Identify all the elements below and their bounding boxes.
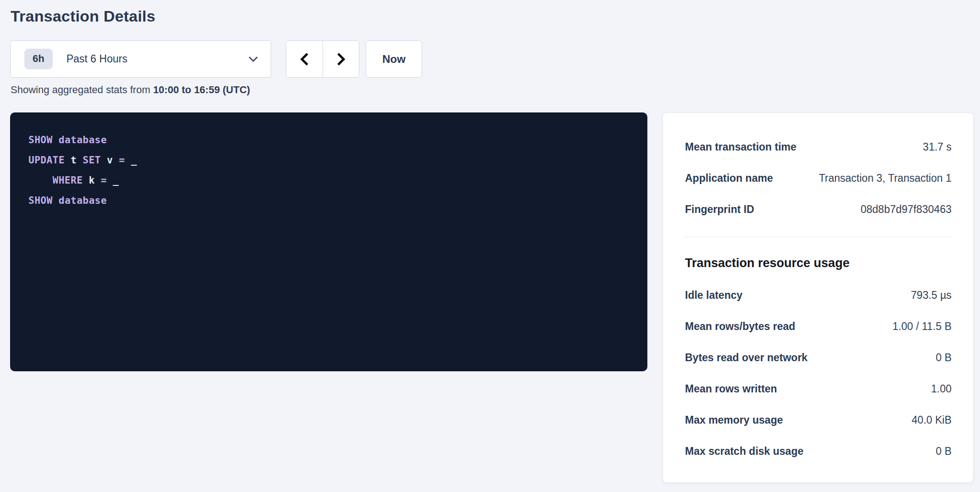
stat-value: 793.5 µs <box>911 289 952 302</box>
stat-label: Fingerprint ID <box>685 203 754 216</box>
stat-row: Mean rows written1.00 <box>685 373 952 404</box>
sql-line: WHERE k = _ <box>28 170 629 190</box>
sql-token <box>83 175 89 186</box>
sql-line: UPDATE t SET v = _ <box>28 150 629 170</box>
sql-token: k <box>89 175 95 186</box>
sql-token: _ <box>113 175 119 186</box>
sql-keyword: SHOW <box>28 134 53 145</box>
stat-label: Mean rows written <box>685 383 777 395</box>
sql-token <box>65 155 71 166</box>
stat-row: Mean rows/bytes read1.00 / 11.5 B <box>685 311 952 342</box>
stat-value: Transaction 3, Transaction 1 <box>819 172 952 184</box>
time-controls: 6h Past 6 Hours Now <box>10 40 422 78</box>
resource-usage-heading: Transaction resource usage <box>685 255 952 271</box>
stat-row: Max memory usage40.0 KiB <box>685 404 952 436</box>
sql-keyword: database <box>59 195 107 206</box>
sql-token <box>28 175 53 186</box>
sql-token <box>101 155 107 166</box>
stat-row: Application nameTransaction 3, Transacti… <box>685 162 952 194</box>
sql-statement-panel: SHOW databaseUPDATE t SET v = _ WHERE k … <box>10 112 647 371</box>
sql-token: v <box>107 155 113 166</box>
stat-value: 1.00 / 11.5 B <box>892 320 952 333</box>
card-divider <box>685 237 952 237</box>
stat-row: Fingerprint ID08d8b7d97f830463 <box>685 194 952 225</box>
stat-label: Max memory usage <box>685 414 783 426</box>
sql-keyword: WHERE <box>53 175 83 186</box>
sql-token <box>53 134 59 145</box>
stat-value: 40.0 KiB <box>912 414 952 426</box>
stat-label: Max scratch disk usage <box>685 445 803 458</box>
aggregation-summary: Showing aggregated stats from 10:00 to 1… <box>11 84 250 96</box>
stat-value: 0 B <box>935 352 952 364</box>
time-range-dropdown[interactable]: 6h Past 6 Hours <box>10 40 271 78</box>
chevron-right-icon <box>335 52 347 67</box>
sql-keyword: SHOW <box>28 195 53 206</box>
overview-stats: Mean transaction time31.7 sApplication n… <box>685 131 952 225</box>
time-nav-group <box>286 40 359 78</box>
sql-token <box>107 175 113 186</box>
stat-value: 0 B <box>935 445 952 458</box>
time-range-label: Past 6 Hours <box>67 53 128 65</box>
time-range-badge: 6h <box>24 49 53 69</box>
stat-row: Idle latency793.5 µs <box>685 280 952 311</box>
sql-keyword: database <box>59 134 107 145</box>
sql-token <box>113 155 119 166</box>
sql-token: _ <box>131 155 137 166</box>
next-interval-button[interactable] <box>323 41 359 77</box>
resource-stats: Idle latency793.5 µsMean rows/bytes read… <box>685 280 952 467</box>
stat-row: Bytes read over network0 B <box>685 342 952 373</box>
sql-token <box>77 155 83 166</box>
sql-token <box>125 155 131 166</box>
stat-value: 1.00 <box>931 383 952 395</box>
stat-label: Application name <box>685 172 773 184</box>
transaction-stats-card: Mean transaction time31.7 sApplication n… <box>663 112 974 483</box>
sql-keyword: = <box>119 155 125 166</box>
sql-token <box>53 195 59 206</box>
stat-label: Idle latency <box>685 289 742 302</box>
sql-keyword: SET <box>83 155 100 166</box>
sql-keyword: UPDATE <box>28 155 65 166</box>
stat-row: Max scratch disk usage0 B <box>685 436 952 467</box>
prev-interval-button[interactable] <box>286 41 323 77</box>
stat-value: 08d8b7d97f830463 <box>861 203 952 216</box>
stat-value: 31.7 s <box>923 141 952 153</box>
page-title: Transaction Details <box>11 7 156 25</box>
aggregation-summary-prefix: Showing aggregated stats from <box>11 84 153 95</box>
stat-label: Mean transaction time <box>685 141 796 153</box>
chevron-down-icon <box>248 56 259 63</box>
sql-token: t <box>71 155 77 166</box>
sql-line: SHOW database <box>28 130 629 150</box>
sql-line: SHOW database <box>28 190 629 211</box>
stat-row: Mean transaction time31.7 s <box>685 131 952 162</box>
now-button[interactable]: Now <box>366 40 422 78</box>
stat-label: Bytes read over network <box>685 352 807 364</box>
aggregation-summary-range: 10:00 to 16:59 (UTC) <box>153 84 251 95</box>
stat-label: Mean rows/bytes read <box>685 320 795 333</box>
sql-keyword: = <box>101 175 107 186</box>
sql-token <box>95 175 101 186</box>
chevron-left-icon <box>299 52 311 67</box>
sql-code: SHOW databaseUPDATE t SET v = _ WHERE k … <box>28 130 629 211</box>
